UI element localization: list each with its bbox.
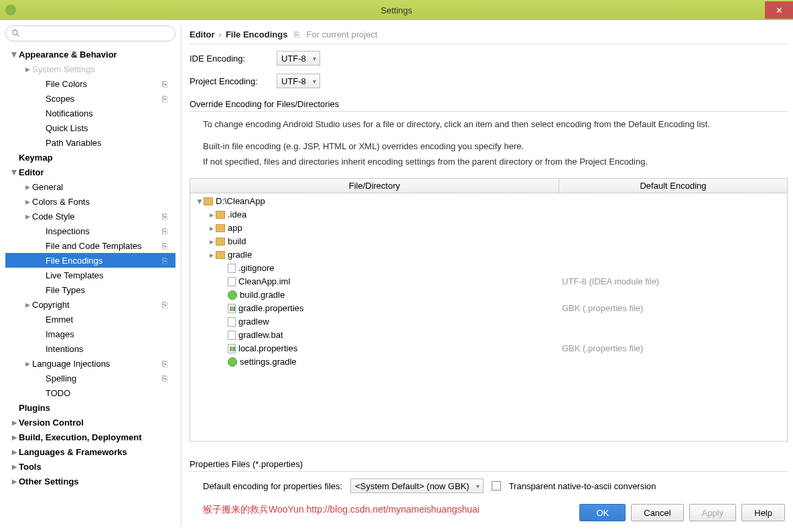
table-row[interactable]: ▸build	[190, 235, 787, 248]
transparent-ascii-checkbox[interactable]	[492, 481, 501, 491]
table-row[interactable]: gradlew.bat	[190, 329, 787, 342]
table-row[interactable]: settings.gradle	[190, 355, 787, 369]
table-row[interactable]: ▸gradle	[190, 248, 787, 262]
gradle-icon	[228, 290, 237, 300]
sidebar-item-language-injections[interactable]: ▸Language Injections⎘	[5, 356, 175, 371]
sidebar-item-label: Keymap	[19, 153, 175, 163]
sidebar-item-file-and-code-templates[interactable]: File and Code Templates⎘	[5, 238, 175, 253]
encoding-value[interactable]: GBK (.properties file)	[559, 303, 787, 313]
project-encoding-dropdown[interactable]: UTF-8	[277, 74, 320, 88]
expand-arrow-icon	[36, 329, 46, 339]
search-icon	[11, 29, 21, 38]
folder-icon	[216, 238, 225, 246]
sidebar-item-label: Path Variables	[46, 138, 175, 148]
project-scope-icon: ⎘	[162, 79, 171, 88]
breadcrumb-editor[interactable]: Editor	[190, 29, 215, 39]
help-text-1: To change encoding Android Studio uses f…	[203, 118, 788, 131]
properties-icon	[228, 304, 236, 313]
search-input[interactable]	[23, 29, 169, 39]
sidebar-item-label: Notifications	[46, 108, 175, 118]
gradle-icon	[228, 357, 237, 367]
expand-arrow-icon: ▼	[9, 50, 19, 59]
expand-arrow-icon	[36, 241, 46, 250]
sidebar-item-inspections[interactable]: Inspections⎘	[5, 224, 175, 238]
ok-button[interactable]: OK	[579, 504, 626, 521]
sidebar-item-scopes[interactable]: Scopes⎘	[5, 91, 175, 106]
sidebar-item-label: Plugins	[19, 403, 175, 413]
sidebar-item-label: File Types	[46, 285, 175, 295]
sidebar-item-keymap[interactable]: Keymap	[5, 150, 175, 165]
search-box[interactable]	[5, 25, 175, 41]
sidebar-item-general[interactable]: ▸General	[5, 179, 175, 194]
close-button[interactable]: ✕	[765, 1, 793, 19]
sidebar-item-spelling[interactable]: Spelling⎘	[5, 371, 175, 385]
table-row[interactable]: .gitignore	[190, 262, 787, 275]
settings-tree[interactable]: ▼Appearance & Behavior▸System SettingsFi…	[5, 47, 175, 527]
expand-arrow-icon	[36, 79, 46, 88]
sidebar-item-other-settings[interactable]: ▸Other Settings	[5, 474, 175, 489]
sidebar-item-emmet[interactable]: Emmet	[5, 312, 175, 327]
file-name: settings.gradle	[240, 357, 297, 367]
sidebar-item-file-encodings[interactable]: File Encodings⎘	[5, 253, 175, 268]
override-section-title: Override Encoding for Files/Directories	[190, 99, 788, 112]
file-icon	[228, 317, 236, 327]
table-row[interactable]: build.gradle	[190, 288, 787, 302]
sidebar-item-label: Scopes	[46, 94, 162, 104]
file-name: local.properties	[238, 343, 297, 353]
table-row[interactable]: gradlew	[190, 315, 787, 329]
table-row[interactable]: local.propertiesGBK (.properties file)	[190, 342, 787, 355]
apply-button[interactable]: Apply	[689, 504, 737, 521]
sidebar-item-notifications[interactable]: Notifications	[5, 106, 175, 120]
table-row[interactable]: ▸.idea	[190, 208, 787, 221]
file-name: app	[228, 223, 242, 233]
file-name: .idea	[228, 209, 246, 219]
svg-line-1	[17, 34, 19, 37]
cancel-button[interactable]: Cancel	[631, 504, 683, 521]
encoding-value[interactable]: GBK (.properties file)	[559, 343, 787, 353]
sidebar-item-copyright[interactable]: ▸Copyright⎘	[5, 297, 175, 312]
breadcrumb-sep: ›	[219, 29, 222, 39]
table-row[interactable]: ▼D:\CleanApp	[190, 195, 787, 208]
sidebar-item-file-types[interactable]: File Types	[5, 282, 175, 297]
table-row[interactable]: ▸app	[190, 221, 787, 235]
project-scope-icon: ⎘	[162, 241, 171, 250]
file-name: CleanApp.iml	[238, 276, 290, 286]
sidebar-item-tools[interactable]: ▸Tools	[5, 459, 175, 474]
file-name: build	[228, 236, 246, 246]
sidebar-item-system-settings[interactable]: ▸System Settings	[5, 62, 175, 76]
sidebar-item-path-variables[interactable]: Path Variables	[5, 135, 175, 150]
sidebar-item-label: Appearance & Behavior	[19, 50, 175, 60]
file-encoding-table: File/Directory Default Encoding ▼D:\Clea…	[190, 178, 788, 442]
sidebar-item-colors-fonts[interactable]: ▸Colors & Fonts	[5, 194, 175, 209]
encoding-value[interactable]: UTF-8 (IDEA module file)	[559, 276, 787, 286]
expand-arrow-icon	[36, 94, 46, 103]
sidebar-item-intentions[interactable]: Intentions	[5, 341, 175, 356]
file-name: gradle.properties	[238, 303, 304, 313]
sidebar-item-live-templates[interactable]: Live Templates	[5, 268, 175, 282]
sidebar-item-editor[interactable]: ▼Editor	[5, 165, 175, 179]
col-encoding-header[interactable]: Default Encoding	[559, 179, 787, 193]
ide-encoding-dropdown[interactable]: UTF-8	[277, 51, 320, 66]
expand-arrow-icon: ▸	[9, 447, 19, 456]
sidebar-item-label: General	[32, 182, 175, 192]
col-file-header[interactable]: File/Directory	[190, 179, 559, 193]
sidebar-item-plugins[interactable]: Plugins	[5, 400, 175, 415]
expand-arrow-icon	[36, 344, 46, 353]
props-encoding-dropdown[interactable]: <System Default> (now GBK)	[350, 478, 484, 493]
sidebar-item-version-control[interactable]: ▸Version Control	[5, 415, 175, 430]
sidebar-item-todo[interactable]: TODO	[5, 385, 175, 400]
sidebar-item-label: File and Code Templates	[46, 241, 162, 251]
sidebar-item-languages-frameworks[interactable]: ▸Languages & Frameworks	[5, 444, 175, 459]
help-button[interactable]: Help	[741, 504, 785, 521]
sidebar-item-file-colors[interactable]: File Colors⎘	[5, 76, 175, 91]
sidebar-item-images[interactable]: Images	[5, 327, 175, 341]
sidebar-item-quick-lists[interactable]: Quick Lists	[5, 120, 175, 135]
file-name: gradle	[228, 250, 252, 260]
sidebar-item-build-execution-deployment[interactable]: ▸Build, Execution, Deployment	[5, 430, 175, 444]
sidebar-item-appearance-behavior[interactable]: ▼Appearance & Behavior	[5, 47, 175, 62]
table-row[interactable]: CleanApp.imlUTF-8 (IDEA module file)	[190, 275, 787, 288]
sidebar-item-code-style[interactable]: ▸Code Style⎘	[5, 209, 175, 224]
table-row[interactable]: gradle.propertiesGBK (.properties file)	[190, 302, 787, 315]
sidebar-item-label: File Colors	[46, 79, 162, 89]
expand-arrow-icon: ▸	[23, 211, 32, 221]
